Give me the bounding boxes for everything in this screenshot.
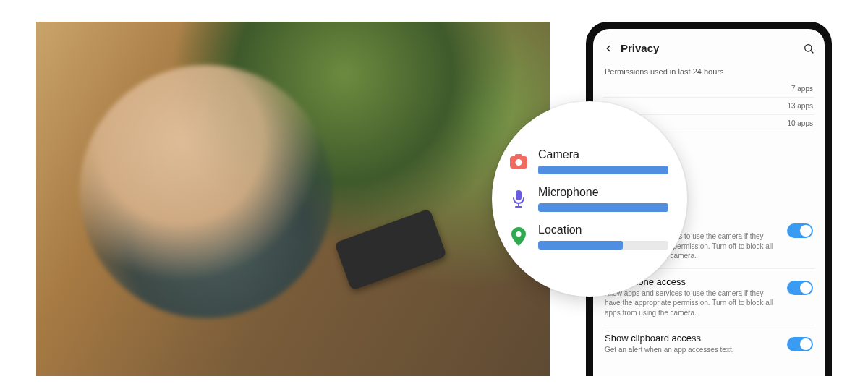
svg-line-1 (811, 51, 813, 53)
toggle-microphone-access[interactable] (787, 281, 813, 295)
app-count-row[interactable]: 7 apps (603, 80, 814, 98)
permission-row-location: Location (509, 218, 668, 255)
permission-label: Microphone (538, 186, 668, 199)
setting-desc: Allow apps and services to use the camer… (605, 289, 780, 318)
permission-label: Camera (538, 148, 668, 161)
usage-bar (538, 203, 668, 212)
toggle-clipboard-access[interactable] (787, 337, 813, 351)
usage-bar (538, 241, 668, 250)
section-heading: Permissions used in last 24 hours (603, 64, 814, 80)
permission-row-microphone: Microphone (509, 180, 668, 218)
microphone-icon (509, 189, 528, 208)
svg-point-3 (516, 159, 522, 166)
location-pin-icon (509, 227, 528, 246)
magnifier-callout: Camera Microphone Location (492, 101, 687, 297)
camera-icon (509, 152, 528, 171)
lifestyle-photo (36, 22, 550, 376)
usage-bar (538, 166, 668, 174)
setting-name: Show clipboard access (605, 333, 780, 344)
usage-bar-fill (538, 166, 668, 174)
usage-bar-fill (538, 203, 668, 212)
svg-point-8 (516, 231, 521, 237)
toggle-camera-access[interactable] (787, 223, 813, 238)
permission-row-camera: Camera (509, 142, 668, 180)
permission-label: Location (538, 223, 668, 237)
page-title: Privacy (621, 42, 659, 54)
svg-rect-4 (515, 154, 522, 158)
setting-desc: Get an alert when an app accesses text, (605, 345, 780, 355)
setting-row-clipboard-access[interactable]: Show clipboard access Get an alert when … (603, 325, 814, 362)
screen-header: Privacy (603, 42, 814, 64)
search-icon[interactable] (803, 43, 814, 54)
svg-rect-5 (516, 190, 522, 200)
usage-bar-fill (538, 241, 623, 250)
back-icon[interactable] (603, 43, 613, 54)
